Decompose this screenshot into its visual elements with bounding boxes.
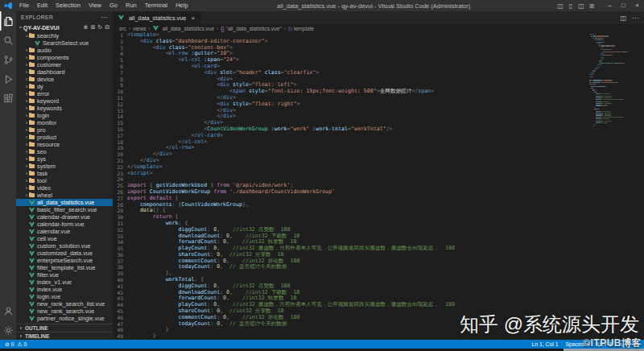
line-number[interactable]: 45 [113,308,127,315]
line-number[interactable]: 48 [113,327,127,333]
line-number[interactable]: 29 [113,208,127,214]
code-line[interactable]: 26import CountVideoWorkGroup from './das… [113,189,644,196]
code-line[interactable]: 28 components: {CountVideoWorkGroup}, [113,202,644,209]
extensions-icon[interactable] [0,89,16,108]
tree-item-dashboard[interactable]: ›dashboard [16,68,113,76]
refresh-icon[interactable]: ↻ [97,24,102,31]
line-number[interactable]: 3 [113,45,127,52]
line-number[interactable]: 17 [113,133,127,139]
code-line[interactable]: 13 </div> [113,108,644,114]
menu-edit[interactable]: Edit [33,0,52,11]
error-status[interactable]: ⊘0 [5,341,14,348]
toggle-panel-icon[interactable]: ▯ [566,2,576,10]
line-number[interactable]: 25 [113,183,127,189]
code-line[interactable]: 9 <div style="float: left"> [113,82,644,89]
line-number[interactable]: 11 [113,95,127,101]
code-line[interactable]: 24 [113,176,644,183]
code-line[interactable]: 38 todayCount: 0, // 是否统计今天的数据 [113,264,644,270]
tree-item-filter-template-list-vue[interactable]: filter_template_list.vue [16,264,113,271]
code-line[interactable]: 31 work: { [113,221,644,227]
tree-item-index-vue[interactable]: index.vue [16,286,113,293]
code-line[interactable]: 25import { getVideoWorkUsed } from '@/ap… [113,183,644,189]
tree-item-pro[interactable]: ›pro [16,126,113,134]
line-number[interactable]: 10 [113,89,127,95]
line-number[interactable]: 42 [113,290,127,296]
tree-item-login[interactable]: ›login [16,112,113,119]
line-number[interactable]: 49 [113,333,127,340]
tree-item-tool[interactable]: ›tool [16,177,113,184]
line-number[interactable]: 43 [113,295,127,302]
tree-item-new-rank-search-list-vue[interactable]: new_rank_search_list.vue [16,300,113,308]
tree-item-customer[interactable]: ›customer [16,61,113,68]
line-number[interactable]: 15 [113,120,127,126]
code-line[interactable]: 29 data() { [113,208,644,214]
code-line[interactable]: 41 diggCount: 0, //int32 点赞数 100 [113,283,644,290]
line-number[interactable]: 46 [113,315,127,321]
panel-timeline[interactable]: ›TIMELINE [16,332,113,340]
tree-item-product[interactable]: ›product [16,134,113,141]
menu-selection[interactable]: Selection [52,0,85,11]
line-number[interactable]: 28 [113,202,127,209]
line-number[interactable]: 7 [113,70,127,76]
tree-item-partner-notice-single-vue[interactable]: partner_notice_single.vue [16,315,113,322]
close-button[interactable]: × [630,0,644,11]
line-number[interactable]: 37 [113,258,127,265]
project-section-header[interactable]: › QY-AV-DEVUI ⊕⊞↻⊟ [16,23,113,32]
code-line[interactable]: 3 <div class="content-box"> [113,45,644,52]
breadcrumb-item-views[interactable]: views [133,26,147,31]
line-number[interactable]: 39 [113,270,127,277]
line-number[interactable]: 5 [113,57,127,64]
line-number[interactable]: 14 [113,114,127,120]
code-line[interactable]: 34 forwardCount: 0, //int32 转发数 10 [113,239,644,246]
account-icon[interactable] [0,301,16,320]
code-line[interactable]: 44 playCount: 0, //int32 播放数，只有作者本人可见，公开… [113,302,644,308]
line-number[interactable]: 16 [113,126,127,133]
code-line[interactable]: 37 commentCount: 0, //int32 评论数 100 [113,258,644,265]
minimap[interactable] [589,34,642,128]
code-line[interactable]: 7 <div slot="header" class="clearfix"> [113,70,644,76]
new-folder-icon[interactable]: ⊞ [90,24,95,31]
code-line[interactable]: 8 <div> [113,76,644,83]
code-line[interactable]: 43 forwardCount: 0, //int32 转发数 10 [113,295,644,302]
collapse-all-icon[interactable]: ⊟ [105,24,109,31]
tree-item-keywords[interactable]: ›keywords [16,105,113,112]
cursor-position[interactable]: Ln 1, Col 1 [532,341,559,347]
menu-file[interactable]: File [15,0,33,11]
code-line[interactable]: 10 <span style="font-size: 15px;font-wei… [113,89,644,95]
tree-item-filter-vue[interactable]: filter.vue [16,271,113,279]
code-line[interactable]: 20 </div> [113,151,644,158]
code-line[interactable]: 1<template> [113,32,644,39]
line-number[interactable]: 6 [113,64,127,70]
line-number[interactable]: 8 [113,76,127,83]
breadcrumb-item-all-data-statistics-vue[interactable]: all_data_statistics.vue [153,26,215,31]
code-area[interactable]: 1<template>2 <div class="dashboard-edito… [113,32,644,340]
tree-item-all-data-statistics-vue[interactable]: all_data_statistics.vue [16,199,113,206]
tree-item-audio[interactable]: ›audio [16,47,113,54]
split-editor-icon[interactable]: ◫ [620,14,626,22]
breadcrumb-item-template[interactable]: ⟨⟩template [288,26,314,31]
code-line[interactable]: 27export default { [113,196,644,202]
tree-item-calendar-form-vue[interactable]: calendar-form.vue [16,221,113,228]
tree-item-cell-vue[interactable]: cell.vue [16,235,113,242]
code-line[interactable]: 2 <div class="dashboard-editor-container… [113,39,644,45]
tree-item-custom-solution-vue[interactable]: custom_solution.vue [16,242,113,250]
line-number[interactable]: 30 [113,214,127,221]
tree-item-resource[interactable]: ›resource [16,141,113,148]
tree-item-calendar-vue[interactable]: calendar.vue [16,228,113,235]
menu-terminal[interactable]: Terminal [141,0,171,11]
tree-item-keyword[interactable]: ›keyword [16,97,113,105]
code-line[interactable]: 21 </div> [113,158,644,164]
code-line[interactable]: 32 diggCount: 0, //int32 点赞数 100 [113,227,644,233]
menu-go[interactable]: Go [105,0,122,11]
code-line[interactable]: 22</template> [113,164,644,171]
code-line[interactable]: 11 </div> [113,95,644,101]
tree-item-system[interactable]: ›system [16,163,113,170]
line-number[interactable]: 9 [113,82,127,89]
code-line[interactable]: 36 shareCount: 0, //int32 分享数 10 [113,252,644,258]
toggle-secondary-sidebar-icon[interactable]: ◫ [576,2,586,10]
breadcrumb-item-src[interactable]: src [119,26,126,31]
toggle-primary-sidebar-icon[interactable]: ◫ [555,2,565,10]
search-icon[interactable] [0,31,16,50]
tree-item-searchselect-vue[interactable]: SearchSelect.vue [16,39,113,47]
run-debug-icon[interactable] [0,69,16,89]
